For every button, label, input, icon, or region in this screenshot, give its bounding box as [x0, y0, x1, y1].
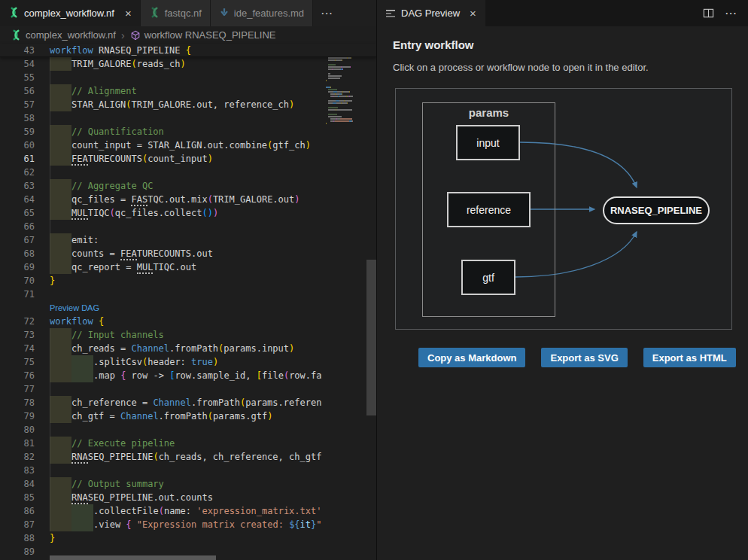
code-token: Channel — [120, 411, 159, 422]
node-gtf[interactable]: gtf — [461, 260, 515, 295]
code-token: ) — [267, 411, 272, 422]
code-line[interactable]: 77 — [0, 382, 326, 396]
code-line[interactable]: 62 — [0, 166, 326, 179]
export-as-svg-button[interactable]: Export as SVG — [541, 348, 627, 367]
code-token: workflow — [50, 316, 99, 327]
code-line[interactable]: 65MULTIQC(qc_files.collect()) — [0, 206, 326, 220]
minimap-line — [326, 57, 366, 59]
code-line[interactable]: 76.map { row -> [row.sample_id, [file(ro… — [0, 369, 326, 382]
code-line[interactable]: 64qc_files = FASTQC.out.mix(TRIM_GALORE.… — [0, 193, 326, 206]
code-line[interactable]: 63// Aggregate QC — [0, 179, 326, 193]
line-number: 56 — [0, 84, 35, 98]
gutter-pad — [35, 98, 50, 111]
tab-fastqc[interactable]: fastqc.nf — [141, 0, 211, 26]
close-icon[interactable]: × — [125, 8, 132, 19]
code-line[interactable]: 72workflow { — [0, 315, 326, 328]
code-text: .collectFile(name: 'expression_matrix.tx… — [50, 504, 321, 518]
code-line[interactable]: 80 — [0, 423, 326, 437]
tab-complex-workflow[interactable]: complex_workflow.nf × — [0, 0, 141, 26]
line-number: 72 — [0, 315, 35, 328]
gutter-pad — [35, 138, 50, 152]
code-line[interactable]: 88} — [0, 531, 326, 545]
scrollbar-thumb[interactable] — [366, 260, 376, 415]
code-line[interactable]: 55 — [0, 71, 326, 84]
code-line[interactable]: 57STAR_ALIGN(TRIM_GALORE.out, reference_… — [0, 98, 326, 111]
gutter-pad — [35, 274, 50, 288]
code-text: // Output summary — [50, 477, 164, 491]
indent-guide — [50, 423, 50, 437]
code-token: " — [316, 519, 321, 530]
code-line[interactable]: 60count_input = STAR_ALIGN.out.combine(g… — [0, 138, 326, 152]
sticky-scroll-line[interactable]: 43 workflow RNASEQ_PIPELINE { — [0, 44, 376, 57]
code-line[interactable]: 69qc_report = MULTIQC.out — [0, 260, 326, 274]
node-reference[interactable]: reference — [447, 192, 531, 227]
more-tabs-icon[interactable]: ⋯ — [313, 0, 341, 26]
code-token: count_input — [147, 154, 207, 164]
export-as-html-button[interactable]: Export as HTML — [643, 348, 736, 367]
gutter-pad — [35, 464, 50, 477]
code-text: emit: — [50, 233, 99, 247]
code-line[interactable]: 78ch_reference = Channel.fromPath(params… — [0, 396, 326, 409]
line-content: workflow { — [50, 315, 326, 328]
more-actions-icon[interactable]: ⋯ — [725, 6, 737, 20]
vertical-scrollbar[interactable] — [366, 44, 376, 560]
gutter-pad — [35, 206, 50, 220]
node-rnaseq-pipeline[interactable]: RNASEQ_PIPELINE — [603, 196, 710, 224]
code-line[interactable]: 68counts = FEATURECOUNTS.out — [0, 247, 326, 260]
code-line[interactable]: 83 — [0, 464, 326, 477]
line-content: // Aggregate QC — [50, 179, 326, 193]
line-number: 61 — [0, 152, 35, 166]
close-icon[interactable]: × — [470, 7, 476, 20]
horizontal-scrollbar[interactable] — [50, 555, 326, 560]
code-line[interactable]: 61FEATURECOUNTS(count_input) — [0, 152, 326, 166]
code-line[interactable]: 70} — [0, 274, 326, 288]
code-line[interactable]: 56// Alignment — [0, 84, 326, 98]
breadcrumb-symbol[interactable]: workflow RNASEQ_PIPELINE — [144, 29, 276, 41]
code-line[interactable]: 86.collectFile(name: 'expression_matrix.… — [0, 504, 326, 518]
indent-guide — [50, 111, 50, 125]
code-line[interactable]: 81// Execute pipeline — [0, 437, 326, 450]
code-line[interactable]: 85RNASEQ_PIPELINE.out.counts — [0, 491, 326, 504]
dag-tabbar: DAG Preview × ⋯ — [377, 0, 748, 26]
code-token: TQC.out.mix — [147, 194, 207, 205]
line-number: 89 — [0, 545, 35, 558]
code-line[interactable]: 71 — [0, 288, 326, 301]
code-line[interactable]: 73// Input channels — [0, 328, 326, 342]
code-line[interactable]: 58 — [0, 111, 326, 125]
code-line[interactable]: 66 — [0, 220, 326, 233]
editor-pane: complex_workflow.nf × fastqc.nf — [0, 0, 376, 560]
line-content: // Alignment — [50, 84, 326, 98]
code-editor[interactable]: 54TRIM_GALORE(reads_ch)5556// Alignment5… — [0, 57, 326, 559]
tab-ide-features[interactable]: ide_features.md — [211, 0, 313, 26]
codelens-row[interactable]: Preview DAG — [0, 301, 326, 315]
gutter-pad — [35, 125, 50, 138]
gutter-pad — [35, 423, 50, 437]
scrollbar-thumb[interactable] — [50, 555, 216, 560]
code-line[interactable]: 59// Quantification — [0, 125, 326, 138]
code-line[interactable]: 82RNASEQ_PIPELINE(ch_reads, ch_reference… — [0, 450, 326, 464]
copy-as-markdown-button[interactable]: Copy as Markdown — [418, 348, 525, 367]
minimap[interactable] — [326, 44, 366, 495]
minimap-line — [326, 84, 366, 86]
tab-dag-preview[interactable]: DAG Preview × — [377, 0, 485, 26]
minimap-line — [326, 71, 366, 72]
split-editor-icon[interactable] — [703, 8, 714, 19]
code-text: .view { "Expression matrix created: ${it… — [50, 518, 322, 531]
code-line[interactable]: 67emit: — [0, 233, 326, 247]
minimap-line — [326, 75, 366, 77]
code-line[interactable]: 54TRIM_GALORE(reads_ch) — [0, 57, 326, 71]
code-line[interactable]: 75.splitCsv(header: true) — [0, 355, 326, 369]
code-line[interactable]: 84// Output summary — [0, 477, 326, 491]
node-input[interactable]: input — [456, 125, 520, 160]
code-line[interactable]: 87.view { "Expression matrix created: ${… — [0, 518, 326, 531]
codelens-preview-dag[interactable]: Preview DAG — [50, 303, 99, 312]
code-token: TIQC.out — [153, 262, 196, 272]
code-line[interactable]: 79ch_gtf = Channel.fromPath(params.gtf) — [0, 409, 326, 423]
line-content: qc_report = MULTIQC.out — [50, 260, 326, 274]
code-text: STAR_ALIGN(TRIM_GALORE.out, reference_ch… — [50, 98, 294, 111]
code-token: params.gtf — [213, 411, 267, 422]
code-token: row.sample_id, — [175, 370, 256, 381]
code-line[interactable]: 74ch_reads = Channel.fromPath(params.inp… — [0, 342, 326, 355]
minimap-segment — [328, 66, 334, 68]
breadcrumb-file[interactable]: complex_workflow.nf — [26, 29, 116, 41]
